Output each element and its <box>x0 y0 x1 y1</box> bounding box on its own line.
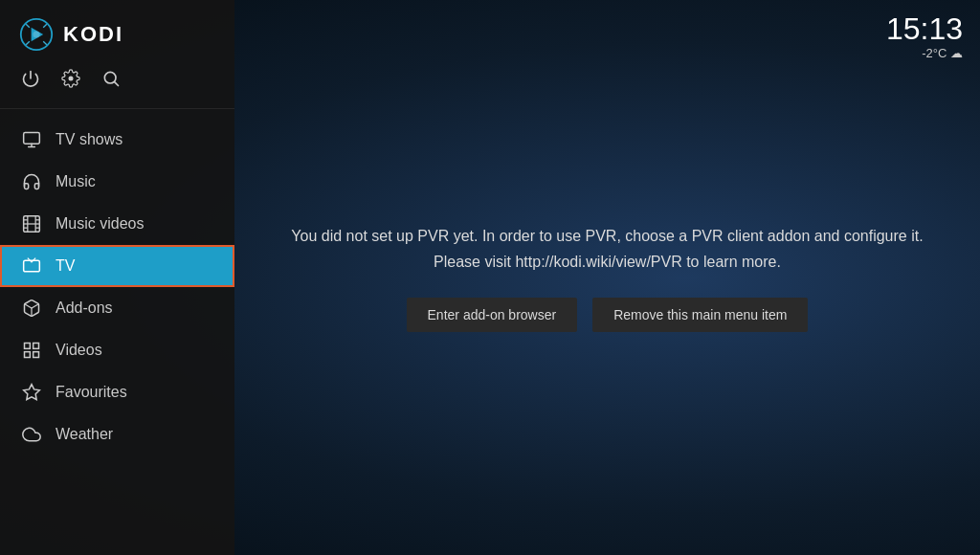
sidebar: KODI TV shows <box>0 0 234 555</box>
app-container: KODI TV shows <box>0 0 980 555</box>
sidebar-item-label: TV <box>56 257 75 275</box>
sidebar-item-label: Weather <box>56 426 113 443</box>
kodi-logo-icon <box>19 17 54 52</box>
pvr-buttons: Enter add-on browser Remove this main me… <box>407 298 809 332</box>
sidebar-item-label: Music <box>56 173 96 190</box>
tv-icon <box>21 255 42 277</box>
grid-icon <box>21 340 42 361</box>
headphones-icon <box>21 171 42 192</box>
svg-rect-17 <box>25 352 31 358</box>
logo-area: KODI <box>0 0 234 61</box>
nav-menu: TV shows Music Music videos TV <box>0 115 234 555</box>
sidebar-item-music-videos[interactable]: Music videos <box>0 203 234 245</box>
svg-rect-4 <box>24 133 40 144</box>
enter-addon-browser-button[interactable]: Enter add-on browser <box>407 298 578 332</box>
main-content: You did not set up PVR yet. In order to … <box>234 0 980 555</box>
sidebar-item-videos[interactable]: Videos <box>0 329 234 371</box>
sidebar-item-music[interactable]: Music <box>0 161 234 203</box>
clock-weather: -2°C ☁ <box>886 46 963 60</box>
clock-area: 15:13 -2°C ☁ <box>886 13 963 60</box>
sidebar-item-add-ons[interactable]: Add-ons <box>0 287 234 329</box>
sidebar-item-weather[interactable]: Weather <box>0 413 234 455</box>
star-icon <box>21 382 42 403</box>
sidebar-divider <box>0 108 234 109</box>
sidebar-item-label: TV shows <box>56 131 122 148</box>
sidebar-item-label: Favourites <box>56 384 127 401</box>
cloud-icon <box>21 424 42 445</box>
sidebar-item-tv-shows[interactable]: TV shows <box>0 119 234 161</box>
settings-icon[interactable] <box>61 69 80 93</box>
sidebar-item-label: Add-ons <box>56 300 113 317</box>
sidebar-item-favourites[interactable]: Favourites <box>0 371 234 413</box>
pvr-message: You did not set up PVR yet. In order to … <box>291 223 923 275</box>
svg-rect-18 <box>33 352 39 358</box>
film-icon <box>21 213 42 234</box>
svg-rect-16 <box>33 344 39 349</box>
svg-point-2 <box>33 31 39 37</box>
svg-marker-19 <box>24 385 40 400</box>
toolbar <box>0 61 234 108</box>
package-icon <box>21 298 42 319</box>
sidebar-item-label: Videos <box>56 342 102 359</box>
sidebar-item-label: Music videos <box>56 215 144 233</box>
pvr-message-line2: Please visit http://kodi.wiki/view/PVR t… <box>434 254 781 270</box>
monitor-icon <box>21 129 42 150</box>
sidebar-item-tv[interactable]: TV <box>0 245 234 287</box>
search-icon[interactable] <box>101 69 121 93</box>
svg-point-3 <box>104 72 116 83</box>
app-title: KODI <box>63 22 123 47</box>
power-icon[interactable] <box>21 69 40 93</box>
clock-time: 15:13 <box>886 13 963 44</box>
pvr-message-line1: You did not set up PVR yet. In order to … <box>291 228 923 244</box>
remove-menu-item-button[interactable]: Remove this main menu item <box>592 298 808 332</box>
svg-rect-15 <box>25 344 31 349</box>
